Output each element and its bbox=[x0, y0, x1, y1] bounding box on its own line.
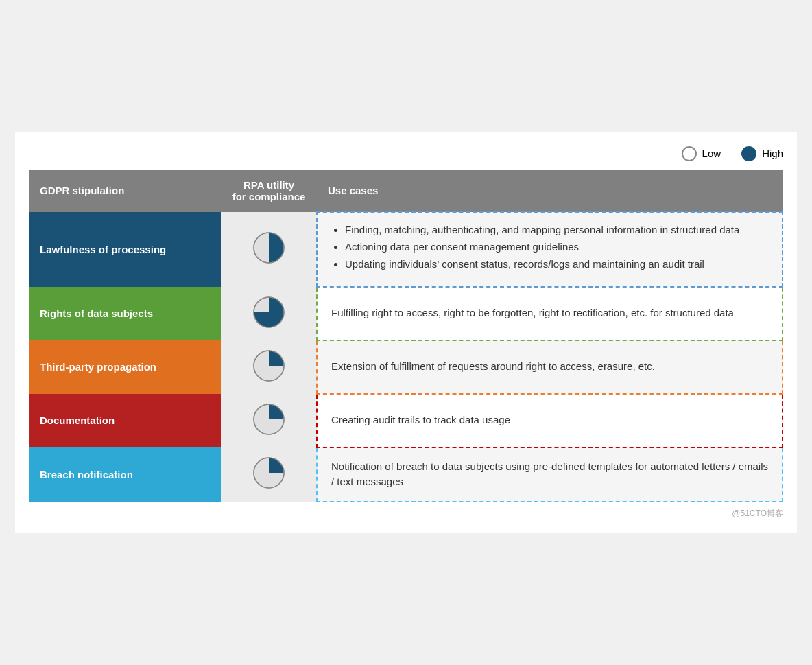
table-row-breach: Breach notificationNotification of breac… bbox=[29, 447, 783, 502]
use-case-cell-documentation: Creating audit trails to track data usag… bbox=[317, 394, 783, 447]
table-row-lawfulness: Lawfulness of processingFinding, matchin… bbox=[29, 212, 783, 287]
use-case-cell-lawfulness: Finding, matching, authenticating, and m… bbox=[317, 212, 783, 287]
utility-cell-documentation bbox=[221, 394, 317, 447]
stipulation-cell-rights: Rights of data subjects bbox=[29, 287, 221, 340]
stipulation-cell-breach: Breach notification bbox=[29, 447, 221, 502]
use-case-list-lawfulness: Finding, matching, authenticating, and m… bbox=[331, 224, 768, 270]
legend-low: Low bbox=[682, 146, 721, 161]
pie-chart-rights bbox=[250, 294, 287, 331]
gdpr-table: GDPR stipulation RPA utility for complia… bbox=[29, 170, 783, 502]
pie-chart-breach bbox=[250, 454, 287, 491]
pie-chart-thirdparty bbox=[250, 347, 287, 384]
col-header-usecases: Use cases bbox=[317, 170, 783, 212]
use-case-cell-rights: Fulfilling right to access, right to be … bbox=[317, 287, 783, 340]
low-label: Low bbox=[702, 148, 721, 159]
col-header-stipulation: GDPR stipulation bbox=[29, 170, 221, 212]
stipulation-label-thirdparty: Third-party propagation bbox=[29, 349, 221, 385]
use-case-text-breach: Notification of breach to data subjects … bbox=[331, 459, 768, 490]
stipulation-label-documentation: Documentation bbox=[29, 402, 221, 439]
use-case-item-lawfulness-2: Updating individuals’ consent status, re… bbox=[345, 258, 768, 270]
stipulation-cell-thirdparty: Third-party propagation bbox=[29, 340, 221, 394]
use-case-text-documentation: Creating audit trails to track data usag… bbox=[331, 412, 768, 428]
stipulation-label-lawfulness: Lawfulness of processing bbox=[29, 231, 221, 268]
utility-cell-rights bbox=[221, 287, 317, 340]
footer-text: @51CTO博客 bbox=[29, 508, 783, 520]
stipulation-label-breach: Breach notification bbox=[29, 456, 221, 493]
use-case-item-lawfulness-0: Finding, matching, authenticating, and m… bbox=[345, 224, 768, 235]
stipulation-cell-documentation: Documentation bbox=[29, 394, 221, 447]
use-case-item-lawfulness-1: Actioning data per consent management gu… bbox=[345, 241, 768, 253]
low-icon bbox=[682, 146, 697, 161]
utility-cell-breach bbox=[221, 447, 317, 502]
stipulation-cell-lawfulness: Lawfulness of processing bbox=[29, 212, 221, 287]
high-label: High bbox=[762, 148, 783, 159]
legend: Low High bbox=[29, 146, 783, 161]
use-case-cell-thirdparty: Extension of fulfillment of requests aro… bbox=[317, 340, 783, 394]
use-case-text-rights: Fulfilling right to access, right to be … bbox=[331, 305, 768, 321]
legend-high: High bbox=[741, 146, 783, 161]
table-row-documentation: DocumentationCreating audit trails to tr… bbox=[29, 394, 783, 447]
stipulation-label-rights: Rights of data subjects bbox=[29, 295, 221, 331]
pie-chart-documentation bbox=[250, 401, 287, 438]
utility-cell-lawfulness bbox=[221, 212, 317, 287]
pie-chart-lawfulness bbox=[250, 229, 287, 266]
high-icon bbox=[741, 146, 756, 161]
use-case-cell-breach: Notification of breach to data subjects … bbox=[317, 447, 783, 502]
table-row-thirdparty: Third-party propagationExtension of fulf… bbox=[29, 340, 783, 394]
main-container: Low High GDPR stipulation RPA utility fo… bbox=[15, 132, 797, 533]
col-header-rpa: RPA utility for compliance bbox=[221, 170, 317, 212]
use-case-text-thirdparty: Extension of fulfillment of requests aro… bbox=[331, 359, 768, 375]
table-row-rights: Rights of data subjectsFulfilling right … bbox=[29, 287, 783, 340]
utility-cell-thirdparty bbox=[221, 340, 317, 394]
